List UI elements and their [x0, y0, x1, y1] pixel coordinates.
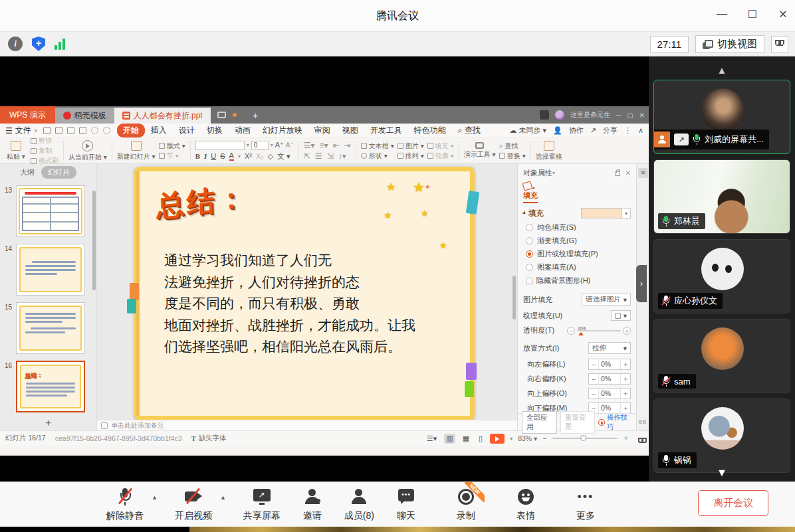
layout-button[interactable]: 版式 ▾: [159, 141, 185, 151]
zoom-percent[interactable]: 83% ▾: [518, 434, 537, 442]
numbered-list-icon[interactable]: ≡▾: [320, 141, 328, 150]
menu-transition[interactable]: 切换: [201, 124, 229, 137]
slide-editor[interactable]: 总结： ★ ★ ✦ ★ ★ ★: [97, 164, 517, 420]
collapse-ribbon-icon[interactable]: ∧: [638, 126, 643, 135]
new-slide-button[interactable]: 新建幻灯片 ▾: [117, 141, 156, 161]
leave-meeting-button[interactable]: 离开会议: [698, 490, 768, 516]
placement-dropdown[interactable]: 拉伸 ▾: [588, 342, 631, 354]
strikethrough-button[interactable]: S: [220, 152, 225, 160]
decrease-font-icon[interactable]: A⁻: [286, 141, 294, 149]
play-from-current-button[interactable]: 从当前开始 ▾: [68, 140, 107, 162]
slider-plus-icon[interactable]: ＋: [623, 327, 631, 335]
wps-close-icon[interactable]: ✕: [639, 112, 645, 119]
menu-review[interactable]: 审阅: [308, 124, 336, 137]
file-menu[interactable]: ☰ 文件 ∨: [5, 125, 38, 136]
cooperate-button[interactable]: 👤: [553, 126, 562, 135]
selection-pane-button[interactable]: 选择窗格: [536, 141, 562, 161]
video-options-chevron[interactable]: ▲: [220, 494, 226, 501]
projection-icon[interactable]: [217, 112, 226, 118]
highlight-button[interactable]: ◇: [268, 152, 273, 161]
cooperate-label[interactable]: 协作: [569, 126, 584, 135]
fill-tab[interactable]: 填充: [523, 182, 631, 203]
zoom-in-icon[interactable]: ＋: [623, 434, 630, 443]
more-menu-icon[interactable]: ⋮: [624, 126, 631, 135]
record-button[interactable]: NEW 录制: [457, 488, 475, 522]
start-video-button[interactable]: 开启视频: [175, 488, 212, 522]
share-label[interactable]: 分享: [603, 126, 618, 135]
notes-bar[interactable]: 单击此处添加备注: [97, 420, 517, 430]
unmute-button[interactable]: 解除静音: [106, 488, 144, 522]
fullscreen-button[interactable]: [771, 36, 788, 53]
replace-button[interactable]: 替换 ▾: [499, 151, 526, 161]
save-icon[interactable]: [43, 127, 51, 134]
align-left-icon[interactable]: ⇱: [304, 151, 310, 161]
fill-button[interactable]: 填充 ▾: [427, 141, 454, 151]
network-signal-icon[interactable]: [55, 38, 65, 50]
grid-view-icon[interactable]: ▦: [461, 434, 471, 444]
members-button[interactable]: 成员(8): [344, 488, 374, 522]
tab-slides[interactable]: 幻灯片: [41, 166, 76, 179]
slide-thumb-16-selected[interactable]: 16 总结：: [16, 361, 91, 412]
menu-view[interactable]: 视图: [336, 124, 364, 137]
close-icon[interactable]: ✕: [776, 8, 790, 21]
zoom-out-icon[interactable]: −: [542, 434, 546, 442]
collapse-triangle-icon[interactable]: [522, 211, 526, 215]
participant-tile-sharing[interactable]: ↗ 刘威的屏幕共...: [653, 80, 790, 154]
thumbnail-scrollbar[interactable]: [92, 191, 96, 290]
option-solid-fill[interactable]: 纯色填充(S): [526, 222, 631, 232]
fill-color-picker[interactable]: ▾: [581, 208, 631, 219]
emoji-button[interactable]: 表情: [516, 488, 535, 522]
account-name[interactable]: 这里是条元生: [570, 110, 610, 120]
copy-button[interactable]: 复制: [31, 146, 58, 155]
menu-slideshow[interactable]: 幻灯片放映: [257, 124, 308, 137]
panel-collapse-handle[interactable]: ›: [636, 265, 647, 302]
reading-view-icon[interactable]: ▯: [477, 434, 485, 444]
cloud-sync-status[interactable]: ☁ 未同步 ▾: [509, 126, 546, 135]
transparency-slider[interactable]: − 0% ＋: [567, 327, 631, 335]
normal-view-icon[interactable]: ▥: [444, 434, 455, 444]
grid-icon[interactable]: 88: [639, 418, 647, 425]
offset-left-stepper[interactable]: −0%＋: [588, 359, 631, 370]
option-picture-fill[interactable]: 图片或纹理填充(P): [526, 249, 631, 259]
texture-dropdown[interactable]: ▾: [611, 310, 631, 321]
underline-button[interactable]: U: [211, 152, 216, 160]
slide-thumb-13[interactable]: 13: [16, 185, 91, 237]
menu-animation[interactable]: 动画: [229, 124, 257, 137]
slideshow-play-button[interactable]: [490, 434, 505, 444]
picture-button[interactable]: 图片 ▾: [397, 141, 424, 151]
bold-button[interactable]: B: [195, 152, 200, 160]
security-shield-icon[interactable]: [32, 37, 45, 51]
menu-design[interactable]: 设计: [173, 124, 201, 137]
font-name-input[interactable]: [195, 141, 245, 150]
wps-minimize-icon[interactable]: ─: [616, 112, 621, 119]
share-button[interactable]: ↗: [590, 126, 596, 135]
zoom-slider[interactable]: [552, 438, 618, 439]
option-gradient-fill[interactable]: 渐变填充(G): [526, 236, 631, 246]
menu-find[interactable]: ⌕ 查找: [452, 124, 487, 137]
participant-tile[interactable]: 锅锅: [653, 399, 790, 473]
editor-scrollbar[interactable]: [512, 276, 516, 319]
menu-devtools[interactable]: 开发工具: [364, 124, 408, 137]
fit-slide-icon[interactable]: [638, 438, 647, 446]
align-right-icon[interactable]: ⇲: [327, 151, 334, 161]
superscript-button[interactable]: X²: [245, 152, 252, 160]
section-button[interactable]: 节 ▾: [159, 151, 185, 161]
zoom-knob[interactable]: [580, 435, 586, 441]
account-avatar[interactable]: [555, 110, 564, 120]
menu-home[interactable]: 开始: [117, 124, 145, 137]
properties-toggle-icon[interactable]: ≋: [638, 168, 648, 178]
switch-view-button[interactable]: 切换视图: [695, 35, 764, 53]
menu-features[interactable]: 特色功能: [408, 124, 452, 137]
mic-options-chevron[interactable]: ▲: [152, 494, 158, 501]
tab-outline[interactable]: 大纲: [20, 167, 35, 177]
wps-document-tab[interactable]: 人人都会有挫折.ppt: [114, 108, 211, 124]
slide-thumb-14[interactable]: 14: [16, 244, 91, 296]
chat-button[interactable]: 聊天: [397, 488, 415, 522]
apply-all-button[interactable]: 全部应用: [522, 411, 557, 434]
text-effect-button[interactable]: 文 ▾: [277, 151, 290, 161]
subscript-button[interactable]: X₂: [256, 152, 264, 160]
print-icon[interactable]: [67, 127, 74, 134]
indent-decrease-icon[interactable]: ⇤: [333, 141, 340, 150]
italic-button[interactable]: I: [204, 152, 207, 160]
invite-button[interactable]: ＋ 邀请: [303, 488, 322, 522]
